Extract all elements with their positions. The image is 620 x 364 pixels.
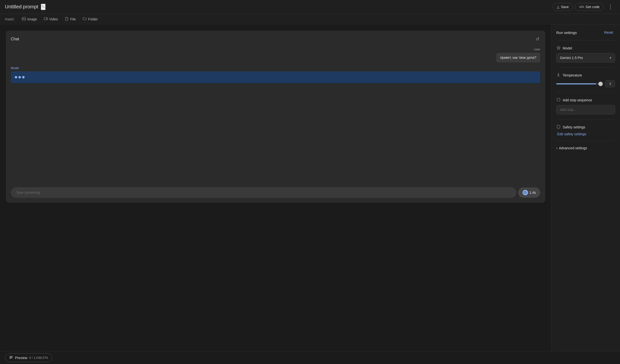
stop-sequence-input[interactable] xyxy=(556,105,615,114)
safety-label: Safety settings xyxy=(563,125,585,129)
model-section-title: Model xyxy=(556,46,615,51)
folder-label: Folder xyxy=(88,17,98,21)
chat-input-area: 1.4s xyxy=(11,187,540,198)
svg-rect-2 xyxy=(44,17,46,20)
toolbar-item-file[interactable]: File xyxy=(61,15,79,23)
model-message-row: Model xyxy=(11,66,540,83)
model-message-bubble xyxy=(11,71,540,83)
advanced-chevron-icon: › xyxy=(556,146,558,150)
video-icon xyxy=(44,17,48,22)
safety-section-title: Safety settings xyxy=(556,124,615,130)
svg-rect-0 xyxy=(22,17,26,20)
dot-2 xyxy=(18,76,21,78)
stop-sequence-icon xyxy=(556,97,561,103)
dot-3 xyxy=(22,76,25,78)
model-selected-value: Gemini 1.5 Pro xyxy=(560,56,583,60)
chat-input[interactable] xyxy=(11,187,516,198)
run-settings-header: Run settings Reset xyxy=(556,30,615,35)
model-label: Model xyxy=(563,46,572,50)
get-code-label: Get code xyxy=(586,5,600,9)
toolbar-item-image[interactable]: Image xyxy=(18,15,40,23)
divider-5 xyxy=(556,141,615,141)
model-select[interactable]: Gemini 1.5 Pro ▾ xyxy=(556,53,615,62)
safety-section: Safety settings Edit safety settings xyxy=(556,124,615,136)
temperature-icon xyxy=(556,73,561,78)
run-button[interactable]: 1.4s xyxy=(518,187,540,198)
file-icon xyxy=(65,17,69,22)
top-bar-right: △ Save </> Get code ⋮ xyxy=(553,3,615,11)
reset-button[interactable]: Reset xyxy=(602,30,615,35)
safety-icon xyxy=(556,124,561,130)
run-timer-text: 1.4s xyxy=(529,191,536,195)
toolbar-item-video[interactable]: Video xyxy=(40,15,62,23)
svg-point-1 xyxy=(23,18,23,18)
edit-title-button[interactable]: ✎ xyxy=(41,4,46,10)
page-title: Untitled prompt xyxy=(5,4,38,10)
left-panel: Chat ↺ User привет, как твои дела? Model xyxy=(0,25,551,351)
run-timer-badge xyxy=(523,190,528,195)
stop-sequence-title: Add stop sequence xyxy=(556,97,615,103)
code-icon: </> xyxy=(579,5,584,9)
folder-icon xyxy=(83,17,87,22)
dot-1 xyxy=(15,76,17,78)
bottom-bar: Preview 0 / 1,048,576 xyxy=(0,351,620,364)
temperature-section: Temperature 2 xyxy=(556,73,615,87)
divider-4 xyxy=(556,119,615,120)
token-count: 0 / 1,048,576 xyxy=(29,356,48,360)
stop-sequence-section: Add stop sequence xyxy=(556,97,615,114)
top-bar-left: Untitled prompt ✎ xyxy=(5,4,46,10)
user-message-text: привет, как твои дела? xyxy=(500,56,536,60)
edit-safety-link[interactable]: Edit safety settings xyxy=(556,132,615,136)
temperature-slider[interactable] xyxy=(556,83,603,84)
model-chevron-icon: ▾ xyxy=(610,56,611,60)
toolbar-item-folder[interactable]: Folder xyxy=(79,15,101,23)
preview-label: Preview xyxy=(15,356,27,360)
save-button[interactable]: △ Save xyxy=(553,3,573,11)
get-code-button[interactable]: </> Get code xyxy=(575,3,604,11)
divider-2 xyxy=(556,67,615,68)
typing-indicator xyxy=(15,76,25,78)
refresh-button[interactable]: ↺ xyxy=(535,35,540,43)
chat-title: Chat xyxy=(11,37,19,41)
user-message-bubble: привет, как твои дела? xyxy=(496,53,540,62)
user-message-row: User привет, как твои дела? xyxy=(11,48,540,62)
toolbar: Insert: Image Video File Folder xyxy=(0,14,620,25)
save-label: Save xyxy=(561,5,569,9)
run-settings-title: Run settings xyxy=(556,30,577,35)
model-icon xyxy=(556,46,561,51)
advanced-label: Advanced settings xyxy=(559,146,587,150)
image-label: Image xyxy=(27,17,37,21)
stop-sequence-label: Add stop sequence xyxy=(563,98,592,102)
main-content: Chat ↺ User привет, как твои дела? Model xyxy=(0,25,620,351)
temperature-row: 2 xyxy=(556,80,615,87)
temperature-label: Temperature xyxy=(563,73,582,77)
top-bar: Untitled prompt ✎ △ Save </> Get code ⋮ xyxy=(0,0,620,14)
model-section: Model Gemini 1.5 Pro ▾ xyxy=(556,46,615,62)
model-label: Model xyxy=(11,66,19,70)
chat-messages: User привет, как твои дела? Model xyxy=(11,48,540,183)
more-options-button[interactable]: ⋮ xyxy=(606,3,615,11)
svg-point-5 xyxy=(557,98,560,101)
divider-3 xyxy=(556,92,615,92)
user-label: User xyxy=(534,48,540,51)
image-icon xyxy=(22,17,26,22)
chat-header: Chat ↺ xyxy=(11,35,540,43)
preview-button[interactable]: Preview 0 / 1,048,576 xyxy=(5,353,52,362)
temperature-section-title: Temperature xyxy=(556,73,615,78)
video-label: Video xyxy=(49,17,58,21)
right-panel: Run settings Reset Model Gemini 1.5 Pro … xyxy=(551,25,620,351)
divider-1 xyxy=(556,40,615,41)
chat-container: Chat ↺ User привет, как твои дела? Model xyxy=(6,30,545,203)
save-icon: △ xyxy=(557,5,559,9)
temperature-value: 2 xyxy=(605,80,615,87)
insert-label: Insert: xyxy=(5,17,15,21)
advanced-settings-row[interactable]: › Advanced settings xyxy=(556,146,615,150)
preview-icon xyxy=(9,355,13,360)
file-label: File xyxy=(70,17,76,21)
